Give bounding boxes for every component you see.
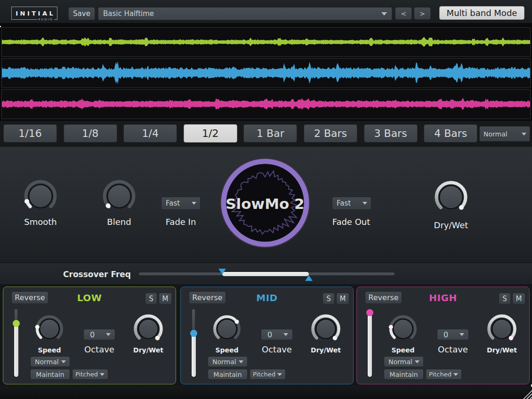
chevron-down-icon (277, 373, 282, 376)
high-slider-handle[interactable] (366, 309, 373, 316)
fade-out-dropdown[interactable]: Fast (332, 197, 371, 210)
chevron-down-icon (381, 12, 387, 16)
low-mode-value: Normal (35, 358, 59, 366)
slowmo-logo-text: SlowMo 2 (226, 195, 304, 212)
high-octave-dropdown[interactable]: 0 (437, 329, 469, 340)
mid-mode-value: Normal (212, 358, 236, 366)
high-mode-value: Normal (388, 358, 412, 366)
high-slider-fill (368, 313, 372, 377)
division-button-1-16[interactable]: 1/16 (3, 124, 57, 143)
resize-grip-icon[interactable] (523, 390, 532, 399)
window-edge-notch (0, 26, 1, 27)
high-speed-label: Speed (391, 346, 414, 354)
chevron-down-icon (192, 202, 196, 205)
division-button-1-bar[interactable]: 1 Bar (243, 124, 297, 143)
high-drywet-knob[interactable] (486, 313, 518, 345)
division-button-3-bars[interactable]: 3 Bars (364, 124, 418, 143)
top-bar: INITIAL AUDIO Save Basic Halftime < > Mu… (0, 0, 532, 24)
band-panels: Reverse LOW S M Speed 0 Octave Dry/Wet N… (0, 284, 532, 386)
main-drywet-knob[interactable] (433, 179, 469, 215)
smooth-knob[interactable] (23, 178, 58, 214)
division-button-1-4[interactable]: 1/4 (123, 124, 177, 143)
low-slider-fill (14, 324, 18, 377)
low-slider-handle[interactable] (13, 320, 20, 327)
band-panel-high: Reverse HIGH S M Speed 0 Octave Dry/Wet … (356, 287, 530, 384)
mid-octave-value: 0 (267, 330, 272, 339)
save-button[interactable]: Save (68, 7, 95, 20)
low-drywet-knob[interactable] (132, 313, 164, 345)
mid-volume-slider[interactable] (189, 309, 198, 377)
high-maintain-button[interactable]: Maintain (384, 369, 424, 380)
fade-in-label: Fade In (166, 217, 196, 227)
low-speed-label: Speed (38, 346, 61, 354)
high-speed-knob[interactable] (388, 314, 418, 344)
brand-subtext: AUDIO (36, 17, 55, 21)
crossover-label: Crossover Freq (63, 270, 131, 279)
low-speed-knob[interactable] (34, 314, 64, 344)
division-row: Normal 1/161/81/41/21 Bar2 Bars3 Bars4 B… (0, 121, 532, 147)
speed-mode-dropdown[interactable]: Normal (479, 126, 530, 142)
low-solo-button[interactable]: S (145, 293, 157, 304)
mid-mute-button[interactable]: M (336, 293, 349, 304)
chevron-down-icon (239, 360, 243, 363)
mid-speed-label: Speed (215, 346, 238, 354)
crossover-low-handle[interactable] (218, 269, 226, 274)
division-button-1-2[interactable]: 1/2 (184, 124, 237, 143)
high-waveform (2, 90, 530, 119)
mid-solo-button[interactable]: S (322, 293, 335, 304)
waveform-display (0, 24, 532, 121)
low-waveform-panel (1, 27, 531, 57)
plugin-window: INITIAL AUDIO Save Basic Halftime < > Mu… (0, 0, 532, 399)
bottom-strip (0, 386, 532, 399)
mid-drywet-label: Dry/Wet (311, 346, 341, 354)
fade-in-dropdown[interactable]: Fast (161, 197, 201, 210)
mid-slider-fill (192, 333, 196, 377)
high-octave-label: Octave (438, 344, 468, 354)
crossover-high-handle[interactable] (305, 275, 313, 281)
brand-text: INITIAL (12, 10, 57, 17)
low-mode-dropdown[interactable]: Normal (30, 356, 70, 367)
low-mute-button[interactable]: M (159, 293, 172, 304)
division-button-1-8[interactable]: 1/8 (64, 124, 117, 143)
speed-mode-value: Normal (484, 130, 508, 138)
low-waveform (2, 28, 530, 56)
initial-audio-logo: INITIAL AUDIO (11, 7, 57, 20)
division-button-4-bars[interactable]: 4 Bars (424, 124, 477, 143)
blend-label: Blend (107, 217, 131, 227)
chevron-down-icon (415, 360, 419, 363)
mid-maintain-button[interactable]: Maintain (208, 369, 248, 380)
chevron-down-icon (100, 373, 105, 376)
blend-knob[interactable] (101, 178, 137, 214)
multi-band-mode-button[interactable]: Multi band Mode (439, 6, 524, 20)
smooth-label: Smooth (24, 217, 56, 227)
division-button-2-bars[interactable]: 2 Bars (304, 124, 357, 143)
fade-out-value: Fast (337, 199, 351, 207)
low-maintain-button[interactable]: Maintain (30, 369, 70, 380)
high-solo-button[interactable]: S (499, 293, 511, 304)
chevron-down-icon (61, 360, 66, 363)
low-octave-dropdown[interactable]: 0 (83, 329, 115, 340)
mid-speed-knob[interactable] (212, 314, 242, 344)
high-pitch-dropdown[interactable]: Pitched (426, 369, 462, 380)
high-volume-slider[interactable] (365, 309, 374, 377)
next-preset-button[interactable]: > (414, 7, 431, 20)
high-octave-value: 0 (443, 330, 448, 339)
high-mute-button[interactable]: M (512, 293, 525, 304)
mid-drywet-knob[interactable] (310, 313, 342, 345)
previous-preset-button[interactable]: < (395, 7, 412, 20)
high-mode-dropdown[interactable]: Normal (384, 356, 424, 367)
mid-slider-handle[interactable] (190, 330, 197, 337)
mid-waveform-panel (1, 58, 531, 88)
fade-out-label: Fade Out (332, 217, 371, 227)
preset-dropdown[interactable]: Basic Halftime (98, 7, 392, 20)
mid-pitch-dropdown[interactable]: Pitched (250, 369, 286, 380)
mid-octave-label: Octave (262, 344, 292, 354)
fade-in-value: Fast (166, 199, 180, 207)
low-pitch-dropdown[interactable]: Pitched (72, 369, 108, 380)
chevron-down-icon (522, 133, 526, 136)
mid-mode-dropdown[interactable]: Normal (208, 356, 248, 367)
mid-octave-dropdown[interactable]: 0 (261, 329, 293, 340)
chevron-down-icon (363, 202, 367, 205)
low-volume-slider[interactable] (12, 309, 20, 377)
chevron-down-icon (106, 333, 111, 336)
